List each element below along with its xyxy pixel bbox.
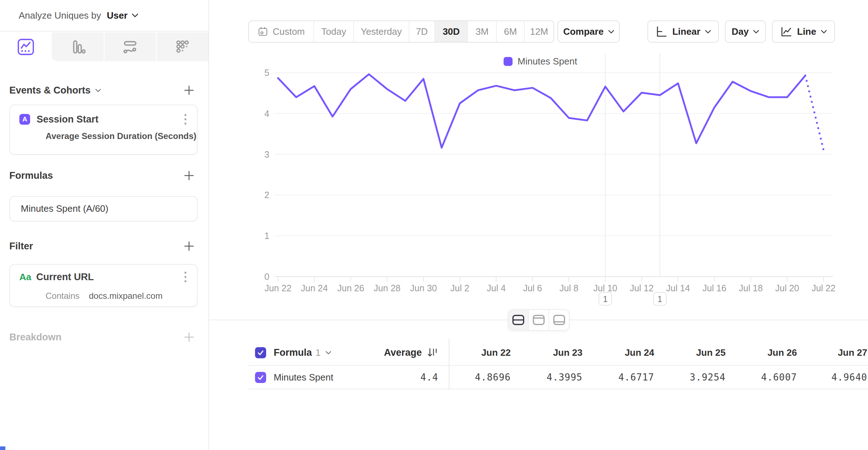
x-tick-label: Jul 6 [523, 283, 542, 293]
axis-scale-label: Linear [672, 26, 700, 37]
x-tick-label: Jun 22 [264, 283, 291, 293]
table-column-header[interactable]: Jun 22 [443, 343, 511, 362]
y-tick-label: 0 [264, 272, 269, 282]
event-measurement[interactable]: Average Session Duration (Seconds) [46, 131, 197, 141]
event-card-title-row: A Session Start [19, 113, 187, 125]
filter-operator[interactable]: Contains [46, 291, 80, 301]
average-value-cell: 4.4 [344, 368, 438, 387]
date-range-3m-label: 3M [476, 26, 489, 37]
table-column-header[interactable]: Jun 23 [514, 343, 582, 362]
layout-chart-only-button[interactable] [528, 310, 549, 330]
table-column-header[interactable]: Jun 25 [657, 343, 726, 362]
plus-icon [184, 85, 194, 96]
analyze-by-selector[interactable]: User [107, 10, 138, 21]
date-range-30d-selected[interactable]: 30D [434, 21, 467, 42]
table-column-header[interactable]: Jun 27 [799, 343, 867, 362]
table-only-icon [553, 314, 566, 326]
calendar-icon [258, 26, 268, 37]
x-tick-label: Jun 28 [374, 283, 401, 293]
average-column-header[interactable]: Average [344, 343, 438, 362]
bar-chart-icon [69, 38, 86, 56]
breakdown-title: Breakdown [9, 332, 62, 343]
select-all-checkbox[interactable] [255, 347, 266, 358]
date-range-control: Custom Today Yesterday 7D 30D 3M 6M 12M [248, 20, 554, 43]
table-cell-value: 4.8696 [443, 368, 511, 387]
formulas-section-header: Formulas [9, 166, 194, 185]
date-range-custom[interactable]: Custom [249, 21, 313, 42]
formula-header-label: Formula [274, 347, 312, 358]
table-column-header[interactable]: Jun 26 [729, 343, 797, 362]
filter-section-header: Filter [9, 237, 194, 255]
date-range-yesterday[interactable]: Yesterday [353, 21, 409, 42]
series-name: Minutes Spent [274, 372, 333, 383]
filter-card-current-url[interactable]: Aa Current URL Contains docs.mixpanel.co… [9, 264, 198, 307]
tab-flow[interactable] [104, 32, 156, 61]
legend-series-label: Minutes Spent [518, 56, 577, 67]
tab-bar-chart[interactable] [52, 32, 103, 61]
compare-label: Compare [563, 26, 604, 37]
date-range-3m[interactable]: 3M [467, 21, 496, 42]
x-tick-label: Jul 22 [812, 283, 836, 293]
date-range-7d[interactable]: 7D [409, 21, 434, 42]
add-formula-button[interactable] [184, 170, 194, 181]
date-range-6m[interactable]: 6M [496, 21, 524, 42]
metrics-grid-icon [174, 38, 191, 56]
filter-kebab-menu[interactable] [184, 271, 187, 283]
annotation-badge[interactable] [654, 292, 666, 305]
add-breakdown-button[interactable] [184, 332, 194, 343]
series-checkbox[interactable] [255, 372, 266, 383]
x-tick-label: Jul 10 [593, 283, 617, 293]
table-cell-value: 4.6717 [586, 368, 654, 387]
event-name: Session Start [37, 114, 99, 125]
compare-button[interactable]: Compare [557, 20, 620, 43]
filter-card-title-row: Aa Current URL [19, 271, 187, 283]
chevron-down-icon[interactable] [95, 89, 101, 92]
axis-scale-button[interactable]: Linear [647, 20, 719, 43]
table-cell-value: 4.3995 [514, 368, 582, 387]
chart-only-icon [532, 314, 545, 326]
table-header-left: Formula 1 [255, 343, 331, 362]
date-range-today[interactable]: Today [313, 21, 353, 42]
chat-widget-edge[interactable] [0, 446, 5, 450]
annotation-badge[interactable] [599, 292, 612, 305]
x-tick-label: Jul 18 [739, 283, 763, 293]
check-icon [257, 374, 264, 381]
granularity-button[interactable]: Day [725, 20, 766, 43]
analyze-uniques-label: Analyze Uniques by [19, 10, 101, 21]
layout-split-button[interactable] [509, 310, 528, 330]
line-chart-type-icon [780, 25, 792, 38]
tab-metrics-grid[interactable] [156, 32, 208, 61]
filter-condition-row[interactable]: Contains docs.mixpanel.com [19, 291, 187, 301]
layout-table-only-button[interactable] [548, 310, 569, 330]
table-column-header[interactable]: Jun 24 [586, 343, 654, 362]
granularity-label: Day [732, 26, 749, 37]
split-view-icon [512, 314, 525, 326]
x-tick-label: Jun 30 [410, 283, 437, 293]
formula-card[interactable]: Minutes Spent (A/60) [9, 196, 198, 221]
date-range-12m[interactable]: 12M [524, 21, 553, 42]
add-event-button[interactable] [184, 85, 194, 96]
events-cohorts-label: Events & Cohorts [9, 85, 91, 96]
tab-line-chart[interactable] [0, 32, 52, 61]
filter-value[interactable]: docs.mixpanel.com [89, 291, 162, 301]
chart-type-button[interactable]: Line [772, 20, 835, 43]
kebab-icon [184, 271, 187, 283]
chevron-down-icon [608, 30, 614, 33]
x-tick-label: Jul 12 [630, 283, 654, 293]
date-range-custom-label: Custom [273, 26, 305, 37]
x-tick-label: Jul 14 [666, 283, 690, 293]
table-row-minutes-spent: Minutes Spent [255, 368, 333, 387]
y-tick-label: 2 [264, 190, 269, 200]
table-cell-value: 4.6007 [729, 368, 797, 387]
chevron-down-icon [705, 30, 711, 33]
query-builder-sidebar: Analyze Uniques by User [0, 0, 209, 450]
add-filter-button[interactable] [184, 241, 194, 252]
breakdown-section-header: Breakdown [9, 328, 194, 346]
chevron-down-icon [326, 351, 331, 354]
plus-icon [184, 241, 194, 252]
event-card-session-start[interactable]: A Session Start Average Session Duration… [9, 105, 198, 155]
x-tick-label: Jul 4 [487, 283, 506, 293]
event-kebab-menu[interactable] [184, 114, 187, 125]
formula-column-header[interactable]: Formula 1 [274, 347, 331, 358]
x-tick-label: Jul 2 [450, 283, 470, 293]
